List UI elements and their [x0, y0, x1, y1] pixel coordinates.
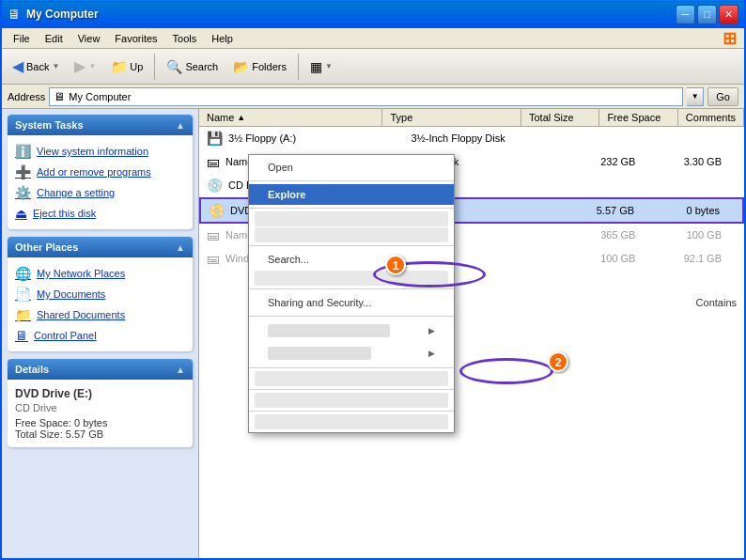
- file-total-cell: [557, 183, 644, 187]
- annotation-number-2: 2: [548, 351, 568, 372]
- menu-help[interactable]: Help: [204, 31, 241, 46]
- views-dropdown-icon[interactable]: ▼: [325, 62, 333, 70]
- file-total-cell: [557, 136, 644, 140]
- menu-favorites[interactable]: Favorites: [107, 31, 164, 46]
- file-comment-cell: [727, 209, 742, 212]
- col-name-sort-icon: ▲: [237, 113, 245, 122]
- ctx-separator-8: [249, 411, 454, 412]
- my-network-places-link[interactable]: 🌐 My Network Places: [11, 263, 189, 284]
- floppy-icon: 💾: [207, 131, 223, 146]
- details-drive-type: CD Drive: [15, 402, 185, 413]
- title-buttons: ─ □ ✕: [676, 5, 738, 24]
- close-button[interactable]: ✕: [719, 5, 738, 24]
- change-setting-link[interactable]: ⚙️ Change a setting: [11, 182, 189, 203]
- column-header-type[interactable]: Type: [382, 109, 521, 126]
- control-panel-link[interactable]: 🖥 Control Panel: [11, 325, 189, 346]
- col-name-label: Name: [207, 112, 234, 123]
- address-icon: 🖥: [54, 90, 65, 103]
- back-dropdown-icon[interactable]: ▼: [52, 62, 59, 70]
- system-tasks-header[interactable]: System Tasks ▲: [8, 115, 193, 135]
- file-total-cell: 365 GB: [557, 227, 644, 242]
- column-header-total[interactable]: Total Size: [521, 109, 599, 126]
- minimize-button[interactable]: ─: [676, 5, 695, 24]
- ctx-separator-5: [249, 316, 454, 317]
- add-remove-programs-link[interactable]: ➕ Add or remove programs: [11, 162, 189, 182]
- views-button[interactable]: ▦ ▼: [303, 55, 339, 78]
- setting-icon: ⚙️: [15, 185, 31, 200]
- ctx-separator-6: [249, 367, 454, 368]
- hd-icon: 🖴: [207, 251, 220, 266]
- menu-tools[interactable]: Tools: [165, 31, 205, 46]
- title-bar: 🖥 My Computer ─ □ ✕: [2, 0, 744, 28]
- go-button[interactable]: Go: [707, 87, 738, 106]
- table-row[interactable]: 💾 3½ Floppy (A:) 3½-Inch Floppy Disk: [199, 127, 744, 150]
- column-header-comment[interactable]: Comments: [678, 109, 744, 126]
- up-button[interactable]: 📁 Up: [104, 55, 149, 78]
- file-total-cell: 232 GB: [557, 154, 644, 169]
- view-system-info-label: View system information: [37, 146, 148, 157]
- column-header-name[interactable]: Name ▲: [199, 109, 382, 126]
- address-input[interactable]: 🖥 My Computer: [49, 87, 683, 106]
- folders-button[interactable]: 📂 Folders: [226, 55, 293, 78]
- col-free-label: Free Space: [607, 112, 661, 123]
- ctx-separator-2: [249, 208, 454, 209]
- ctx-blurred-1: [255, 211, 448, 226]
- col-comment-label: Comments: [686, 112, 736, 123]
- control-panel-label: Control Panel: [34, 330, 97, 341]
- other-places-body: 🌐 My Network Places 📄 My Documents 📁 Sha…: [8, 257, 193, 351]
- ctx-separator-7: [249, 389, 454, 390]
- details-free-space: Free Space: 0 bytes: [15, 417, 185, 428]
- other-places-title: Other Places: [15, 241, 78, 253]
- address-dropdown[interactable]: ▼: [687, 87, 704, 106]
- view-system-info-link[interactable]: ℹ️ View system information: [11, 141, 189, 162]
- eject-disk-link[interactable]: ⏏ Eject this disk: [11, 203, 189, 224]
- ctx-blurred-7: [255, 393, 448, 408]
- ctx-sharing[interactable]: Sharing and Security...: [249, 292, 454, 313]
- forward-icon: ▶: [74, 57, 85, 75]
- menu-edit[interactable]: Edit: [38, 31, 70, 46]
- cd-icon: 💿: [207, 178, 223, 193]
- file-free-cell: 0 bytes: [642, 203, 727, 218]
- info-icon: ℹ️: [15, 144, 31, 159]
- file-free-cell: 3.30 GB: [643, 154, 729, 169]
- my-documents-label: My Documents: [37, 288, 105, 300]
- details-drive-name: DVD Drive (E:): [15, 387, 185, 400]
- annotation-circle-2: [459, 358, 553, 384]
- control-icon: 🖥: [15, 328, 28, 343]
- ctx-blurred-8: [255, 414, 448, 429]
- ctx-blurred-3: [255, 271, 448, 286]
- back-label: Back: [26, 61, 49, 72]
- shared-documents-link[interactable]: 📁 Shared Documents: [11, 304, 189, 325]
- menu-view[interactable]: View: [70, 31, 108, 46]
- maximize-button[interactable]: □: [697, 5, 717, 24]
- windows-logo-icon: ⊞: [723, 28, 737, 49]
- ctx-open[interactable]: Open: [249, 157, 454, 178]
- details-header[interactable]: Details ▲: [8, 359, 193, 380]
- context-menu[interactable]: Open Explore Search... Sharing and Secur…: [248, 154, 455, 433]
- left-panel: System Tasks ▲ ℹ️ View system informatio…: [2, 109, 199, 560]
- ctx-blurred-5: ▶: [249, 342, 454, 365]
- file-free-cell: [643, 136, 729, 140]
- add-remove-icon: ➕: [15, 164, 31, 179]
- system-tasks-panel: System Tasks ▲ ℹ️ View system informatio…: [8, 115, 193, 229]
- other-places-header[interactable]: Other Places ▲: [8, 237, 193, 257]
- file-list-header: Name ▲ Type Total Size Free Space Commen…: [199, 109, 744, 127]
- shared-icon: 📁: [15, 307, 31, 322]
- column-header-free[interactable]: Free Space: [599, 109, 677, 126]
- file-comment-cell: [729, 136, 744, 140]
- search-button[interactable]: 🔍 Search: [160, 55, 225, 78]
- other-places-panel: Other Places ▲ 🌐 My Network Places 📄 My …: [8, 237, 193, 351]
- ctx-explore[interactable]: Explore: [249, 184, 454, 205]
- ctx-search[interactable]: Search...: [249, 249, 454, 270]
- forward-button[interactable]: ▶ ▼: [68, 54, 102, 79]
- right-panel[interactable]: Name ▲ Type Total Size Free Space Commen…: [199, 109, 744, 560]
- back-button[interactable]: ◀ Back ▼: [6, 54, 66, 79]
- hd-icon: 🖴: [207, 227, 220, 242]
- details-total-size: Total Size: 5.57 GB: [15, 428, 185, 440]
- toolbar: ◀ Back ▼ ▶ ▼ 📁 Up 🔍 Search 📂 Folders ▦ ▼: [2, 49, 744, 85]
- forward-dropdown-icon[interactable]: ▼: [88, 62, 96, 70]
- my-documents-link[interactable]: 📄 My Documents: [11, 284, 189, 304]
- ctx-blurred-6: [255, 371, 448, 386]
- menu-file[interactable]: File: [6, 31, 38, 46]
- ctx-separator-1: [249, 180, 454, 181]
